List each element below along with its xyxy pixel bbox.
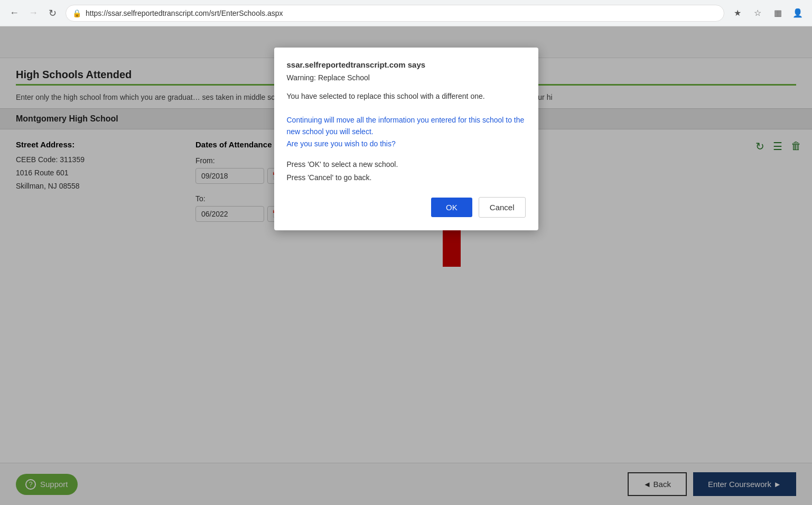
modal-body-line2: Continuing will move all the information… bbox=[287, 114, 526, 149]
modal-body-line1: You have selected to replace this school… bbox=[287, 90, 526, 102]
modal-overlay: ssar.selfreportedtranscript.com says War… bbox=[0, 26, 812, 505]
modal-ok-label: OK bbox=[446, 203, 458, 212]
back-nav-button[interactable]: ← bbox=[6, 5, 22, 21]
modal-buttons: OK Cancel bbox=[287, 197, 526, 218]
modal-instruction2: Press 'Cancel' to go back. bbox=[287, 171, 526, 184]
menu-icon[interactable]: ▦ bbox=[770, 5, 786, 21]
reload-button[interactable]: ↻ bbox=[44, 5, 60, 21]
page-content: High Schools Attended Enter only the hig… bbox=[0, 26, 812, 505]
modal-dialog: ssar.selfreportedtranscript.com says War… bbox=[274, 48, 538, 230]
address-bar[interactable]: 🔒 https://ssar.selfreportedtranscript.co… bbox=[66, 5, 724, 22]
modal-title: Warning: Replace School bbox=[287, 73, 526, 82]
modal-cancel-label: Cancel bbox=[490, 203, 515, 212]
bookmarks-icon[interactable]: ☆ bbox=[750, 5, 766, 21]
browser-actions: ★ ☆ ▦ 👤 bbox=[730, 5, 806, 21]
modal-body-line2-end: Are you sure you wish to do this? bbox=[287, 139, 396, 148]
modal-ok-button[interactable]: OK bbox=[431, 198, 472, 217]
lock-icon: 🔒 bbox=[72, 9, 81, 17]
modal-instruction1: Press 'OK' to select a new school. bbox=[287, 158, 526, 171]
modal-instructions: Press 'OK' to select a new school. Press… bbox=[287, 158, 526, 184]
browser-chrome: ← → ↻ 🔒 https://ssar.selfreportedtranscr… bbox=[0, 0, 812, 26]
modal-body-line2-start: Continuing will move all the information… bbox=[287, 116, 525, 136]
url-text: https://ssar.selfreportedtranscript.com/… bbox=[86, 9, 283, 17]
nav-buttons: ← → ↻ bbox=[6, 5, 60, 21]
modal-body: You have selected to replace this school… bbox=[287, 90, 526, 149]
modal-site: ssar.selfreportedtranscript.com says bbox=[287, 60, 526, 69]
forward-nav-button[interactable]: → bbox=[25, 5, 41, 21]
extensions-icon[interactable]: ★ bbox=[730, 5, 745, 21]
profile-icon[interactable]: 👤 bbox=[790, 5, 806, 21]
modal-cancel-button[interactable]: Cancel bbox=[479, 197, 526, 218]
